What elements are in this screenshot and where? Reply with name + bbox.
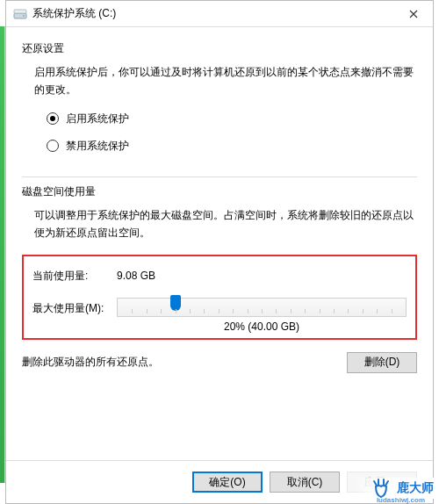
close-button[interactable] xyxy=(394,1,433,27)
slider-tick xyxy=(276,309,277,313)
restore-section-title: 还原设置 xyxy=(22,41,417,56)
window-title: 系统保护系统 (C:) xyxy=(32,6,394,21)
radio-icon xyxy=(47,140,59,152)
svg-point-1 xyxy=(23,15,25,17)
max-usage-slider[interactable] xyxy=(117,298,407,317)
slider-tick xyxy=(291,309,291,313)
radio-enable-protection[interactable]: 启用系统保护 xyxy=(47,112,417,126)
slider-tick xyxy=(262,309,263,313)
divider xyxy=(22,176,417,177)
radio-icon xyxy=(47,112,59,125)
max-usage-label: 最大使用量(M): xyxy=(32,294,117,316)
delete-button[interactable]: 删除(D) xyxy=(347,352,417,373)
slider-tick xyxy=(161,309,162,313)
max-usage-value: 20% (40.00 GB) xyxy=(117,320,407,333)
delete-section: 删除此驱动器的所有还原点。 删除(D) xyxy=(22,352,417,373)
delete-description: 删除此驱动器的所有还原点。 xyxy=(22,355,159,370)
slider-tick xyxy=(147,309,148,313)
slider-tick xyxy=(348,309,349,313)
slider-tick xyxy=(334,309,335,313)
svg-rect-2 xyxy=(14,10,26,13)
slider-tick xyxy=(392,309,392,313)
slider-tick xyxy=(132,309,133,313)
restore-radio-group: 启用系统保护 禁用系统保护 xyxy=(47,112,417,154)
slider-tick xyxy=(248,309,248,313)
disk-description: 可以调整用于系统保护的最大磁盘空间。占满空间时，系统将删除较旧的还原点以便为新还… xyxy=(34,206,417,242)
watermark: 鹿大师 ludashiwj.com xyxy=(353,478,434,499)
drive-icon xyxy=(13,7,27,21)
ok-button[interactable]: 确定(O) xyxy=(192,472,263,493)
dialog-window: 系统保护系统 (C:) 还原设置 启用系统保护后，你可以通过及时将计算机还原到以… xyxy=(5,0,434,504)
cancel-button[interactable]: 取消(C) xyxy=(270,472,340,493)
watermark-name: 鹿大师 xyxy=(397,480,434,496)
max-usage-row: 最大使用量(M): 20% (40.00 GB) xyxy=(32,294,407,333)
usage-highlight-box: 当前使用量: 9.08 GB 最大使用量(M): 20% (40.00 GB) xyxy=(22,255,417,340)
restore-description: 启用系统保护后，你可以通过及时将计算机还原到以前的某个状态点来撤消不需要的更改。 xyxy=(34,63,417,99)
titlebar: 系统保护系统 (C:) xyxy=(6,1,433,27)
slider-tick xyxy=(219,309,220,313)
radio-disable-label: 禁用系统保护 xyxy=(66,139,129,154)
radio-enable-label: 启用系统保护 xyxy=(66,112,129,126)
slider-tick xyxy=(320,309,320,313)
current-usage-value: 9.08 GB xyxy=(117,270,155,282)
slider-tick xyxy=(377,309,378,313)
slider-tick xyxy=(363,309,363,313)
slider-tick xyxy=(305,309,306,313)
radio-disable-protection[interactable]: 禁用系统保护 xyxy=(47,139,417,154)
dialog-content: 还原设置 启用系统保护后，你可以通过及时将计算机还原到以前的某个状态点来撤消不需… xyxy=(6,27,433,373)
slider-tick xyxy=(233,309,234,313)
slider-tick xyxy=(204,309,205,313)
disk-section-title: 磁盘空间使用量 xyxy=(22,184,417,199)
slider-tick xyxy=(190,309,191,313)
watermark-url: ludashiwj.com xyxy=(377,496,425,504)
current-usage-label: 当前使用量: xyxy=(32,269,117,284)
slider-tick xyxy=(176,309,176,313)
current-usage-row: 当前使用量: 9.08 GB xyxy=(32,269,407,284)
